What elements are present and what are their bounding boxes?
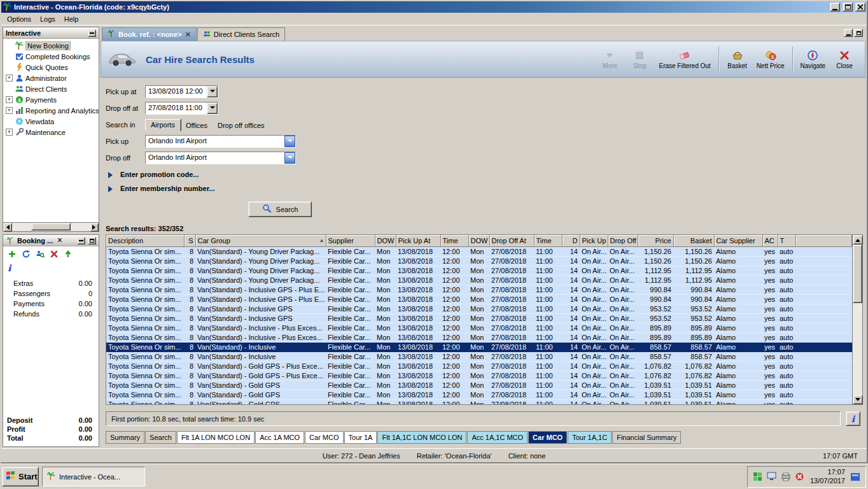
column-header-car-group-2[interactable]: Car Group▲ bbox=[195, 235, 326, 246]
result-row[interactable]: Toyota Sienna Or sim...8Van(Standard) - … bbox=[106, 342, 852, 351]
result-row[interactable]: Toyota Sienna Or sim...8Van(Standard) - … bbox=[106, 313, 852, 323]
result-row[interactable]: Toyota Sienna Or sim...8Van(Standard) - … bbox=[106, 399, 852, 404]
close-button[interactable]: Close bbox=[830, 48, 858, 71]
bottom-tab-acc-1a-mco[interactable]: Acc 1A MCO bbox=[255, 431, 304, 444]
collapse-panel-button[interactable] bbox=[88, 29, 96, 37]
column-header-time-9[interactable]: Time bbox=[534, 235, 562, 246]
search-in-tab-airports[interactable]: Airports bbox=[145, 119, 181, 131]
sidebar-item-administrator[interactable]: +Administrator bbox=[3, 73, 99, 83]
menu-logs[interactable]: Logs bbox=[36, 14, 60, 24]
bottom-tab-search[interactable]: Search bbox=[145, 431, 176, 444]
result-row[interactable]: Toyota Sienna Or sim...8Van(Standard) - … bbox=[106, 304, 852, 313]
bottom-tab-car-mco[interactable]: Car MCO bbox=[528, 431, 567, 444]
mdi-minimize-button[interactable] bbox=[844, 29, 853, 37]
taskbar-task-interactive[interactable]: Interactive - Ocea... bbox=[42, 467, 145, 486]
bottom-tab-tour-1a[interactable]: Tour 1A bbox=[344, 431, 377, 444]
search-button[interactable]: Search bbox=[248, 201, 312, 217]
result-row[interactable]: Toyota Sienna Or sim...8Van(Standard) - … bbox=[106, 256, 852, 266]
bottom-tab-acc-1a-1c-mco[interactable]: Acc 1A,1C MCO bbox=[467, 431, 528, 444]
result-row[interactable]: Toyota Sienna Or sim...8Van(Standard) - … bbox=[106, 323, 852, 332]
sidebar-item-completed-bookings[interactable]: Completed Bookings bbox=[3, 51, 99, 62]
dropoff-at-combo[interactable]: 27/08/2018 11:00 bbox=[145, 102, 218, 115]
column-header-time-6[interactable]: Time bbox=[440, 235, 468, 246]
scroll-down-button[interactable] bbox=[853, 395, 863, 404]
scroll-right-button[interactable] bbox=[90, 223, 99, 232]
result-row[interactable]: Toyota Sienna Or sim...8Van(Standard) - … bbox=[106, 285, 852, 294]
sidebar-item-direct-clients[interactable]: Direct Clients bbox=[3, 83, 99, 94]
expand-plus-icon[interactable]: + bbox=[6, 107, 13, 114]
column-header-drop-off-at-8[interactable]: Drop Off At bbox=[489, 235, 534, 246]
column-header-drop-off-12[interactable]: Drop Off bbox=[608, 235, 638, 246]
info-button[interactable]: i bbox=[846, 411, 860, 426]
close-booking-tab-icon[interactable]: ✕ bbox=[57, 236, 62, 244]
bottom-tab-flt-1a-1c-lon-mco-lon[interactable]: Flt 1A,1C LON MCO LON bbox=[377, 431, 466, 444]
tab-booking-ref[interactable]: Book. ref. : <none> ✕ bbox=[102, 27, 197, 41]
minimize-panel-button[interactable] bbox=[77, 237, 85, 244]
pickup-at-combo[interactable]: 13/08/2018 12:00 bbox=[145, 85, 218, 98]
result-row[interactable]: Toyota Sienna Or sim...8Van(Standard) - … bbox=[106, 332, 852, 342]
scroll-left-button[interactable] bbox=[3, 223, 12, 232]
network-icon[interactable] bbox=[753, 472, 763, 482]
close-tab-icon[interactable]: ✕ bbox=[185, 31, 191, 39]
chevron-down-icon[interactable] bbox=[284, 136, 295, 147]
column-header-price-13[interactable]: Price bbox=[638, 235, 673, 246]
navigate-button[interactable]: Navigate bbox=[797, 48, 829, 71]
result-row[interactable]: Toyota Sienna Or sim...8Van(Standard) - … bbox=[106, 371, 852, 380]
sidebar-item-maintenance[interactable]: +Maintenance bbox=[3, 127, 99, 138]
result-row[interactable]: Toyota Sienna Or sim...8Van(Standard) - … bbox=[106, 380, 852, 390]
chevron-down-icon[interactable] bbox=[284, 152, 295, 164]
add-icon[interactable] bbox=[7, 249, 17, 259]
bottom-tab-financial-summary[interactable]: Financial Summary bbox=[612, 431, 681, 444]
column-header-pick-up-at-5[interactable]: Pick Up At bbox=[396, 235, 440, 246]
export-up-icon[interactable] bbox=[63, 249, 73, 259]
chevron-down-icon[interactable] bbox=[207, 103, 218, 114]
start-button[interactable]: Start bbox=[2, 467, 39, 486]
column-header-dow-4[interactable]: DOW bbox=[375, 235, 396, 246]
language-indicator-icon[interactable] bbox=[850, 472, 860, 482]
scroll-up-button[interactable] bbox=[853, 235, 863, 244]
more-button[interactable]: More bbox=[596, 48, 624, 71]
expand-plus-icon[interactable]: + bbox=[6, 96, 13, 103]
tree-horizontal-scrollbar[interactable] bbox=[3, 222, 99, 231]
result-row[interactable]: Toyota Sienna Or sim...8Van(Standard) - … bbox=[106, 275, 852, 285]
expand-plus-icon[interactable]: + bbox=[6, 74, 13, 82]
column-header-ac-16[interactable]: AC bbox=[762, 235, 778, 246]
result-row[interactable]: Toyota Sienna Or sim...8Van(Standard) - … bbox=[106, 266, 852, 275]
column-header-pick-up-11[interactable]: Pick Up bbox=[580, 235, 608, 246]
menu-options[interactable]: Options bbox=[3, 14, 36, 24]
column-header-basket-14[interactable]: Basket bbox=[673, 235, 714, 246]
nett-price-button[interactable]: $Nett Price bbox=[753, 48, 788, 71]
restore-window-button[interactable] bbox=[843, 3, 853, 11]
mdi-restore-button[interactable] bbox=[854, 29, 863, 37]
chevron-down-icon[interactable] bbox=[207, 86, 218, 97]
scrollbar-thumb[interactable] bbox=[31, 223, 71, 230]
result-row[interactable]: Toyota Sienna Or sim...8Van(Standard) - … bbox=[106, 246, 852, 256]
result-row[interactable]: Toyota Sienna Or sim...8Van(Standard) - … bbox=[106, 390, 852, 399]
maximize-panel-button[interactable] bbox=[88, 237, 96, 244]
clock[interactable]: 17:07 13/07/2017 bbox=[809, 468, 846, 486]
sidebar-item-viewdata[interactable]: Viewdata bbox=[3, 116, 99, 127]
refresh-icon[interactable] bbox=[21, 249, 31, 259]
column-header-description-0[interactable]: Description bbox=[106, 235, 184, 246]
result-row[interactable]: Toyota Sienna Or sim...8Van(Standard) - … bbox=[106, 294, 852, 304]
search-in-tab-offices[interactable]: Offices bbox=[181, 120, 213, 131]
result-row[interactable]: Toyota Sienna Or sim...8Van(Standard) - … bbox=[106, 361, 852, 371]
column-header-s-1[interactable]: S bbox=[184, 235, 195, 246]
bottom-tab-tour-1a-1c[interactable]: Tour 1A,1C bbox=[568, 431, 612, 444]
expand-plus-icon[interactable]: + bbox=[6, 129, 13, 136]
search-in-tab-drop-off-offices[interactable]: Drop off offices bbox=[213, 120, 270, 131]
printer-icon[interactable] bbox=[781, 472, 791, 482]
column-header-dow-7[interactable]: DOW bbox=[468, 235, 489, 246]
basket-button[interactable]: Basket bbox=[724, 48, 752, 71]
sidebar-item-payments[interactable]: +$Payments bbox=[3, 94, 99, 105]
sidebar-item-quick-quotes[interactable]: Quick Quotes bbox=[3, 62, 99, 73]
find-person-icon[interactable] bbox=[35, 249, 45, 259]
minimize-window-button[interactable] bbox=[830, 3, 840, 11]
bottom-tab-summary[interactable]: Summary bbox=[106, 431, 144, 444]
erase-filtered-out-button[interactable]: Erase Filtered Out bbox=[655, 48, 713, 71]
column-header-t-17[interactable]: T bbox=[778, 235, 795, 246]
volume-muted-icon[interactable] bbox=[795, 472, 805, 482]
column-header-d-10[interactable]: D bbox=[562, 235, 580, 246]
tab-direct-clients-search[interactable]: Direct Clients Search bbox=[197, 27, 285, 41]
dropoff-combo[interactable]: Orlando Intl Airport bbox=[145, 152, 296, 164]
